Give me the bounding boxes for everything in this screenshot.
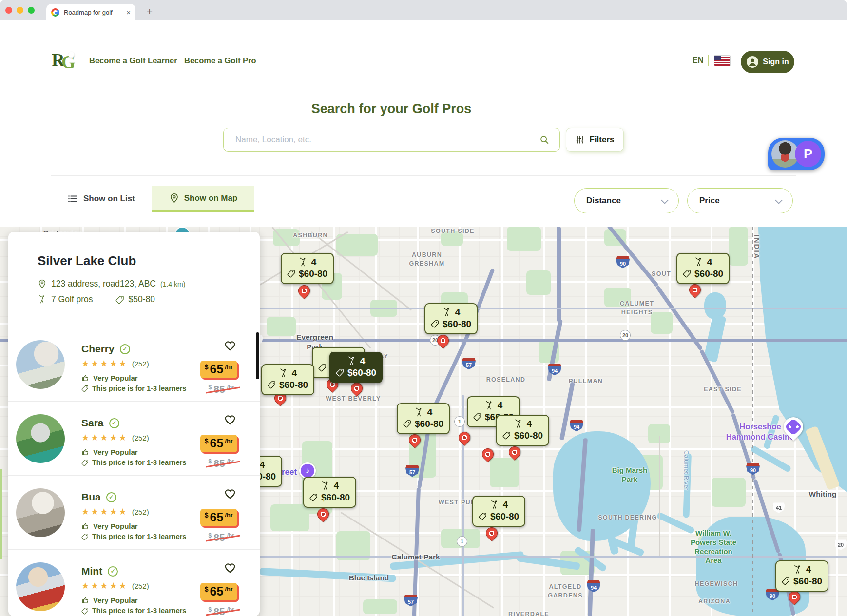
person-icon [746,56,759,68]
review-count: (252) [132,582,149,590]
map-price-marker[interactable]: 4 $60-80 [472,496,525,527]
search-icon[interactable] [539,135,550,145]
map-label: SOUTH SIDE [431,227,474,235]
location-pin[interactable] [483,525,500,541]
tab-close-icon[interactable]: × [126,8,131,17]
location-pin[interactable] [456,429,473,446]
map-price-marker[interactable]: 4 $60-80 [775,560,828,592]
search-input[interactable] [224,135,539,145]
zoom-window-button[interactable] [28,7,35,14]
filters-button[interactable]: Filters [566,128,624,152]
language-switcher[interactable]: EN [693,44,731,77]
marker-count-row: 4 [268,367,308,379]
price-label: Price [699,196,720,206]
map-price-marker[interactable]: 4 $60-80 [303,477,356,508]
overlay-badge: P [795,141,821,167]
price-note: This price is for 1-3 learners [92,459,186,466]
favorite-heart-button[interactable] [224,487,236,500]
golfer-icon [279,368,289,378]
currency-symbol: $ [205,437,209,450]
verified-badge-icon: ✓ [109,418,119,428]
route-shield: 94 [570,420,583,432]
map-price-marker[interactable]: 4 $60-80 [281,253,334,284]
price-badge: $ 65 /hr [200,509,237,526]
marker-price-row: $60-80 [502,430,543,442]
pro-info: Cherry ✓ ★★★★★ (252) Very Popular [81,343,186,392]
old-price-value: 85 [213,384,225,394]
map-label: William W. Powers State Recreation Area [691,529,736,565]
pro-count: 4 [707,256,712,268]
map-price-marker[interactable]: 4 $60-80 [496,415,549,446]
review-count: (252) [132,434,149,442]
tag-icon [268,381,276,389]
close-window-button[interactable] [5,7,12,14]
map-label: ASHBURN [293,231,328,240]
marker-price-row: $60-80 [782,576,822,587]
pro-list-item[interactable]: Bua ✓ ★★★★★ (252) Very Popular [8,476,260,550]
old-currency: $ [209,532,212,542]
distance-dropdown[interactable]: Distance [574,188,679,213]
old-price: $ 85 /hr [209,384,234,394]
thumbs-up-icon [81,596,90,604]
map-price-marker[interactable]: 4 $60-80 [261,364,314,395]
show-on-list-tab[interactable]: Show on List [67,186,135,212]
pro-photo [16,562,65,611]
marker-count-row: 4 [502,418,543,430]
price-range: $60-80 [321,492,350,503]
club-price-range: $50-80 [129,294,155,305]
location-pin[interactable] [687,282,703,298]
map-price-marker[interactable]: 4 $60-80 [676,253,730,284]
price-unit: /hr [225,363,233,376]
old-price-value: 85 [213,458,225,468]
favorite-heart-button[interactable] [224,413,236,426]
browser-tab[interactable]: Roadmap for golf × [46,4,135,20]
price-badge: $ 65 /hr [200,583,237,600]
marker-count-row: 4 [309,480,350,492]
map-price-marker[interactable]: 4 $60-80 [424,303,478,334]
pro-list-item[interactable]: Sara ✓ ★★★★★ (252) Very Popular [8,402,260,476]
map-price-marker[interactable]: 4 $60-80 [397,403,450,434]
chevron-down-icon [775,196,783,204]
pro-list-item[interactable]: Mint ✓ ★★★★★ (252) Very Popular [8,550,260,616]
pro-info: Mint ✓ ★★★★★ (252) Very Popular [81,565,186,615]
price-range: $60-80 [793,576,822,587]
us-flag-icon[interactable] [714,55,731,66]
park-area [526,270,551,295]
old-price-unit: /hr [227,606,234,616]
map-price-marker[interactable]: 4 $60-80 [329,352,383,383]
language-label[interactable]: EN [693,56,703,65]
new-tab-button[interactable]: + [143,4,156,18]
tag-icon [782,577,790,585]
list-icon [67,193,78,204]
map-label: RIVERDALE [508,610,549,616]
old-currency: $ [209,384,212,394]
favorite-heart-button[interactable] [224,561,236,574]
star-rating: ★★★★★ [81,358,128,369]
screen-share-overlay[interactable]: P [768,138,825,170]
minimize-window-button[interactable] [17,7,23,14]
road-segment [258,556,847,558]
site-logo[interactable]: R G [52,49,77,72]
price-unit: /hr [225,437,233,450]
map-label: WEST BEVERLY [326,394,381,403]
nav-become-pro[interactable]: Become a Golf Pro [184,44,256,77]
show-on-map-tab[interactable]: Show on Map [152,186,254,212]
location-pin[interactable] [296,283,312,299]
golfer-icon [38,295,47,304]
golfer-icon [347,356,357,366]
map-label: Calumet Park [391,552,440,562]
pro-count: 4 [334,480,339,492]
favorite-heart-button[interactable] [224,339,236,352]
price-range: $60-80 [490,511,519,522]
panel-scrollbar[interactable] [256,332,259,379]
nav-become-learner[interactable]: Become a Golf Learner [89,44,177,77]
sign-in-button[interactable]: Sign in [741,51,794,73]
pro-photo [16,340,65,389]
map-label: ARIZONA [698,597,731,606]
price-dropdown[interactable]: Price [687,188,793,213]
sign-in-label: Sign in [763,58,789,66]
pro-list-item[interactable]: Cherry ✓ ★★★★★ (252) Very Popular [8,327,260,402]
search-box [223,128,560,152]
marker-count-row: 4 [403,406,443,418]
club-distance: (1.4 km) [160,280,185,288]
